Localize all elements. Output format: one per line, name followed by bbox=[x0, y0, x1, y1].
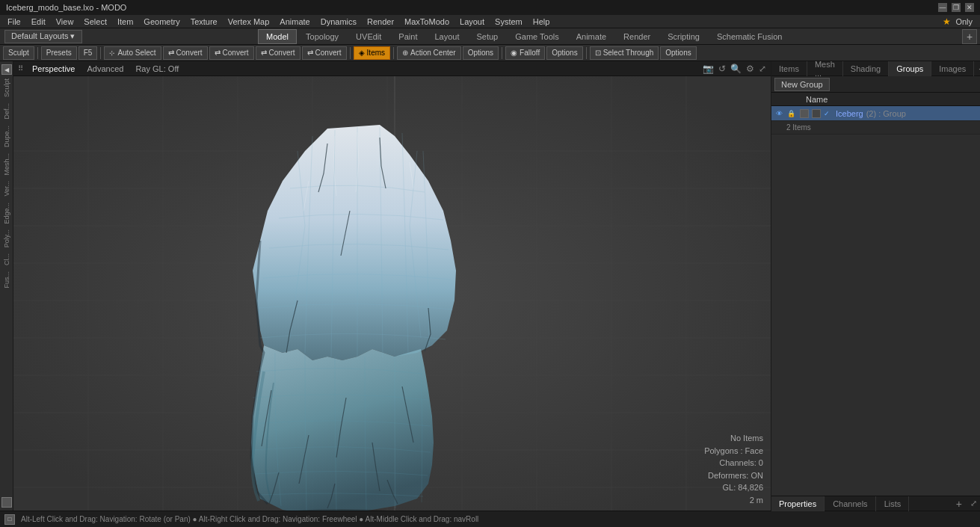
viewport-drag-handle[interactable]: ⠿ bbox=[18, 64, 23, 73]
auto-select-button[interactable]: ⊹ Auto Select bbox=[104, 46, 161, 60]
sidebar-item-fus[interactable]: Fus... bbox=[2, 269, 11, 291]
tab-groups[interactable]: Groups bbox=[889, 61, 931, 76]
separator bbox=[393, 47, 394, 59]
menu-file[interactable]: File bbox=[3, 15, 25, 28]
separator bbox=[502, 47, 502, 59]
viewport-topbar-left: ⠿ Perspective Advanced Ray GL: Off bbox=[18, 64, 182, 73]
menu-render[interactable]: Render bbox=[363, 15, 398, 28]
menu-dynamics[interactable]: Dynamics bbox=[316, 15, 361, 28]
sculpt-button[interactable]: Sculpt bbox=[3, 46, 34, 60]
menu-edit[interactable]: Edit bbox=[27, 15, 50, 28]
3d-viewport[interactable]: No Items Polygons : Face Channels: 0 Def… bbox=[13, 76, 771, 511]
separator bbox=[586, 47, 587, 59]
sidebar-item-dupe[interactable]: Dupe... bbox=[2, 123, 11, 150]
menu-animate[interactable]: Animate bbox=[275, 15, 314, 28]
right-tab-add-button[interactable]: + bbox=[974, 63, 980, 75]
layout-toolbar: Default Layouts ▾ Model Topology UVEdit … bbox=[0, 28, 980, 45]
menu-texture[interactable]: Texture bbox=[186, 15, 222, 28]
tab-layout[interactable]: Layout bbox=[426, 29, 467, 44]
auto-select-label: Auto Select bbox=[117, 49, 155, 57]
sidebar-item-def[interactable]: Def... bbox=[2, 101, 11, 122]
presets-button[interactable]: Presets bbox=[41, 46, 77, 60]
menu-system[interactable]: System bbox=[490, 15, 527, 28]
title-text: Iceberg_modo_base.lxo - MODO bbox=[6, 3, 126, 12]
sidebar-item-cl[interactable]: Cl... bbox=[2, 251, 11, 268]
tab-uvedit[interactable]: UVEdit bbox=[348, 29, 389, 44]
titlebar-controls: — ❐ ✕ bbox=[938, 3, 974, 12]
layout-presets-dropdown[interactable]: Default Layouts ▾ bbox=[4, 30, 82, 43]
viewport-tab-advanced[interactable]: Advanced bbox=[84, 64, 126, 73]
rb-tab-properties[interactable]: Properties bbox=[771, 496, 825, 511]
options-button-2[interactable]: Options bbox=[546, 46, 582, 60]
convert-button-4[interactable]: ⇄ Convert bbox=[302, 46, 347, 60]
menu-vertexmap[interactable]: Vertex Map bbox=[224, 15, 274, 28]
sidebar-bottom-btn[interactable] bbox=[1, 497, 12, 508]
tab-render[interactable]: Render bbox=[615, 29, 659, 44]
convert-button-1[interactable]: ⇄ Convert bbox=[163, 46, 208, 60]
tab-model[interactable]: Model bbox=[258, 29, 297, 44]
maximize-button[interactable]: ❐ bbox=[952, 3, 961, 12]
options-button-3[interactable]: Options bbox=[660, 46, 696, 60]
group-item-iceberg[interactable]: 👁 🔒 ✓ Iceberg (2) : Group bbox=[771, 106, 980, 121]
settings-icon[interactable]: ⚙ bbox=[746, 64, 754, 74]
menu-help[interactable]: Help bbox=[528, 15, 555, 28]
viewport-tab-perspective[interactable]: Perspective bbox=[29, 64, 78, 73]
rb-expand-button[interactable]: ⤢ bbox=[967, 499, 980, 508]
falloff-button[interactable]: ◉ Falloff bbox=[505, 46, 545, 60]
search-icon[interactable]: 🔍 bbox=[730, 64, 742, 74]
group-name: Iceberg bbox=[836, 109, 863, 118]
tab-topology[interactable]: Topology bbox=[298, 29, 347, 44]
menu-maxtomodo[interactable]: MaxToModo bbox=[400, 15, 454, 28]
tab-items[interactable]: Items bbox=[771, 61, 807, 76]
layout-add-button[interactable]: + bbox=[962, 29, 977, 44]
action-center-button[interactable]: ⊕ Action Center bbox=[397, 46, 461, 60]
refresh-icon[interactable]: ↺ bbox=[718, 64, 726, 74]
sidebar-item-mesh[interactable]: Mesh... bbox=[2, 151, 11, 178]
status-icon-box[interactable]: □ bbox=[4, 514, 15, 525]
menu-item[interactable]: Item bbox=[113, 15, 138, 28]
sidebar-toggle[interactable]: ◀ bbox=[1, 64, 12, 75]
polygons-text: Polygons : Face bbox=[704, 445, 763, 457]
sidebar-item-ver[interactable]: Ver... bbox=[2, 179, 11, 199]
tab-mesh[interactable]: Mesh ... bbox=[807, 61, 843, 76]
sidebar-item-poly[interactable]: Poly... bbox=[2, 227, 11, 250]
menu-layout[interactable]: Layout bbox=[455, 15, 489, 28]
tab-images[interactable]: Images bbox=[931, 61, 974, 76]
tab-paint[interactable]: Paint bbox=[390, 29, 425, 44]
f5-button[interactable]: F5 bbox=[78, 46, 98, 60]
items-button[interactable]: ◈ Items bbox=[354, 46, 390, 60]
options-button-1[interactable]: Options bbox=[463, 46, 499, 60]
close-button[interactable]: ✕ bbox=[965, 3, 974, 12]
new-group-button[interactable]: New Group bbox=[774, 78, 830, 91]
sidebar-item-sculpt[interactable]: Sculpt bbox=[2, 76, 11, 99]
rb-tab-channels[interactable]: Channels bbox=[825, 496, 875, 511]
menubar: File Edit View Select Item Geometry Text… bbox=[0, 15, 980, 28]
menu-geometry[interactable]: Geometry bbox=[139, 15, 184, 28]
rb-tab-lists[interactable]: Lists bbox=[877, 496, 910, 511]
sub-items-text: 2 Items bbox=[786, 123, 811, 132]
menu-select[interactable]: Select bbox=[79, 15, 111, 28]
camera-icon[interactable]: 📷 bbox=[703, 64, 714, 74]
menu-view[interactable]: View bbox=[52, 15, 78, 28]
lock-icon[interactable]: 🔒 bbox=[787, 110, 795, 117]
tab-animate[interactable]: Animate bbox=[568, 29, 614, 44]
expand-icon[interactable]: ⤢ bbox=[759, 64, 766, 74]
sidebar-item-edge[interactable]: Edge... bbox=[2, 200, 11, 226]
groups-spacer bbox=[771, 301, 980, 496]
viewport-raygl[interactable]: Ray GL: Off bbox=[132, 64, 182, 73]
visibility-icon[interactable]: 👁 bbox=[776, 110, 783, 117]
minimize-button[interactable]: — bbox=[938, 3, 947, 12]
name-col-header: Name bbox=[806, 95, 828, 104]
tab-scripting[interactable]: Scripting bbox=[659, 29, 708, 44]
tab-schematic[interactable]: Schematic Fusion bbox=[709, 29, 790, 44]
grid-background bbox=[13, 76, 771, 511]
color-swatch bbox=[800, 109, 809, 118]
select-through-button[interactable]: ⊡ Select Through bbox=[590, 46, 659, 60]
tab-shading[interactable]: Shading bbox=[843, 61, 889, 76]
rb-add-button[interactable]: + bbox=[952, 498, 967, 510]
tab-gametools[interactable]: Game Tools bbox=[507, 29, 567, 44]
convert-button-2[interactable]: ⇄ Convert bbox=[209, 46, 254, 60]
tab-setup[interactable]: Setup bbox=[468, 29, 506, 44]
convert-button-3[interactable]: ⇄ Convert bbox=[256, 46, 301, 60]
type-icon bbox=[812, 109, 821, 118]
